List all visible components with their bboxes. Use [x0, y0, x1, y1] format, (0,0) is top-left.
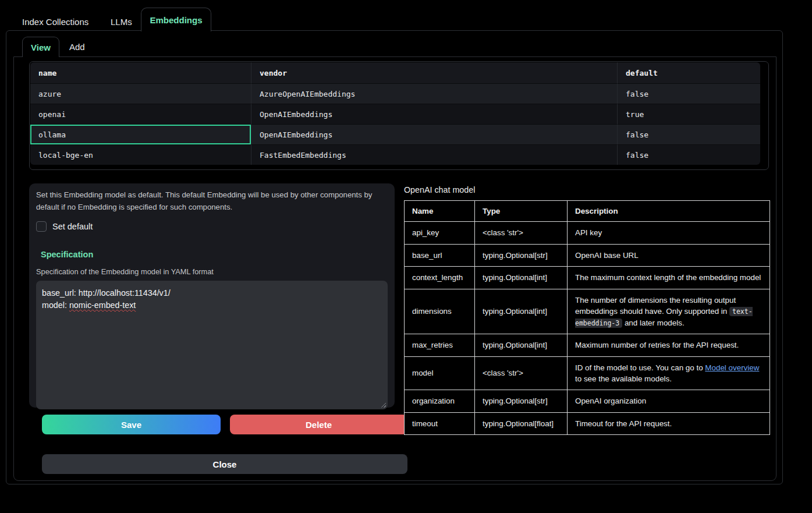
param-name: context_length: [405, 267, 475, 289]
doc-row-base-url: base_url typing.Optional[str] OpenAI bas…: [405, 244, 770, 266]
doc-row-context-length: context_length typing.Optional[int] The …: [405, 267, 770, 289]
model-overview-link[interactable]: Model overview: [705, 363, 759, 372]
tab-view[interactable]: View: [22, 37, 59, 57]
table-header-row: name vendor default: [30, 62, 760, 83]
specification-sublabel: Specification of the Embedding model in …: [36, 267, 388, 276]
doc-row-model: model <class 'str'> ID of the model to u…: [405, 356, 770, 390]
set-default-label: Set default: [52, 222, 93, 231]
doc-col-name: Name: [405, 201, 475, 222]
param-type: <class 'str'>: [475, 222, 568, 244]
param-type: typing.Optional[float]: [475, 412, 568, 434]
cell-vendor[interactable]: OpenAIEmbeddings: [251, 124, 618, 144]
delete-button[interactable]: Delete: [230, 415, 407, 434]
param-desc: OpenAI base URL: [568, 244, 770, 266]
set-default-checkbox[interactable]: [36, 221, 47, 232]
param-type: typing.Optional[int]: [475, 267, 568, 289]
spec-yaml-textarea[interactable]: base_url: http://localhost:11434/v1/ mod…: [36, 281, 388, 409]
param-name: model: [405, 356, 475, 390]
cell-default[interactable]: false: [618, 124, 760, 144]
param-name: dimensions: [405, 289, 475, 334]
param-type: typing.Optional[str]: [475, 390, 568, 412]
save-button[interactable]: Save: [42, 415, 221, 434]
param-desc: Timeout for the API request.: [568, 412, 770, 434]
doc-row-dimensions: dimensions typing.Optional[int] The numb…: [405, 289, 770, 334]
textarea-resize-handle[interactable]: [380, 402, 386, 408]
tab-view-label: View: [31, 43, 51, 52]
set-default-description: Set this Embedding model as default. Thi…: [36, 189, 388, 214]
param-name: base_url: [405, 244, 475, 266]
param-name: max_retries: [405, 334, 475, 356]
cell-name-selected[interactable]: ollama: [30, 124, 251, 144]
param-type: typing.Optional[int]: [475, 334, 568, 356]
param-name: api_key: [405, 222, 475, 244]
doc-row-organization: organization typing.Optional[str] OpenAI…: [405, 390, 770, 412]
tab-embeddings[interactable]: Embeddings: [141, 8, 211, 31]
column-header-vendor: vendor: [251, 62, 618, 83]
tab-embeddings-label: Embeddings: [150, 15, 202, 25]
param-desc: The number of dimensions the resulting o…: [568, 289, 770, 334]
close-button[interactable]: Close: [42, 454, 407, 474]
cell-vendor[interactable]: FastEmbedEmbeddings: [251, 144, 618, 165]
yaml-line-1: base_url: http://localhost:11434/v1/: [42, 287, 382, 300]
embeddings-tab-panel: View Add name vendor default azure Azure…: [6, 30, 783, 484]
table-row: openai OpenAIEmbeddings true: [30, 104, 760, 124]
param-desc: The maximum context length of the embedd…: [568, 267, 770, 289]
doc-row-api-key: api_key <class 'str'> API key: [405, 222, 770, 244]
cell-name[interactable]: azure: [30, 83, 251, 104]
param-desc: Maximum number of retries for the API re…: [568, 334, 770, 356]
table-row: ollama OpenAIEmbeddings false: [30, 124, 760, 144]
yaml-line-2: model: nomic-embed-text: [42, 299, 382, 312]
model-params-table: Name Type Description api_key <class 'st…: [404, 200, 770, 435]
param-type: <class 'str'>: [475, 356, 568, 390]
cell-default[interactable]: false: [618, 83, 760, 104]
doc-header-row: Name Type Description: [405, 201, 770, 222]
doc-row-timeout: timeout typing.Optional[float] Timeout f…: [405, 412, 770, 434]
cell-name[interactable]: local-bge-en: [30, 144, 251, 165]
cell-default[interactable]: false: [618, 144, 760, 165]
table-row: azure AzureOpenAIEmbeddings false: [30, 83, 760, 104]
cell-name[interactable]: openai: [30, 104, 251, 124]
param-name: timeout: [405, 412, 475, 434]
param-type: typing.Optional[int]: [475, 289, 568, 334]
misspelled-word: nomic-embed-text: [69, 300, 136, 310]
table-row: local-bge-en FastEmbedEmbeddings false: [30, 144, 760, 165]
tab-llms[interactable]: LLMs: [111, 17, 132, 27]
column-header-name: name: [30, 62, 251, 83]
param-name: organization: [405, 390, 475, 412]
default-settings-card: Set this Embedding model as default. Thi…: [29, 183, 395, 408]
embeddings-table: name vendor default azure AzureOpenAIEmb…: [29, 61, 769, 170]
cell-vendor[interactable]: OpenAIEmbeddings: [251, 104, 618, 124]
tab-add[interactable]: Add: [69, 42, 85, 52]
specification-heading: Specification: [36, 250, 388, 259]
param-desc: API key: [568, 222, 770, 244]
view-tab-panel: name vendor default azure AzureOpenAIEmb…: [13, 56, 776, 481]
cell-vendor[interactable]: AzureOpenAIEmbeddings: [251, 83, 618, 104]
param-type: typing.Optional[str]: [475, 244, 568, 266]
param-desc: ID of the model to use. You can go to Mo…: [568, 356, 770, 390]
doc-col-type: Type: [475, 201, 568, 222]
column-header-default: default: [618, 62, 760, 83]
doc-row-max-retries: max_retries typing.Optional[int] Maximum…: [405, 334, 770, 356]
doc-panel-title: OpenAI chat model: [404, 185, 475, 194]
param-desc: OpenAI organization: [568, 390, 770, 412]
doc-col-description: Description: [568, 201, 770, 222]
cell-default[interactable]: true: [618, 104, 760, 124]
tab-index-collections[interactable]: Index Collections: [22, 17, 88, 27]
